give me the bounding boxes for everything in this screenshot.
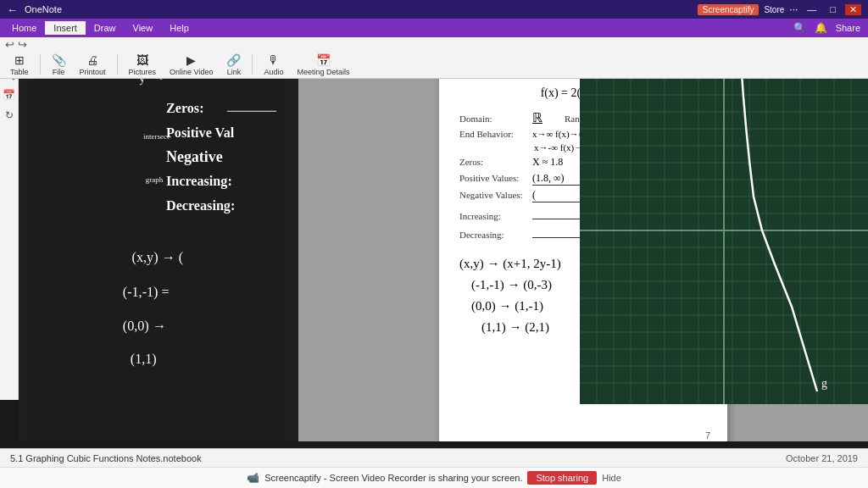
svg-text:x=0: x=0 — [151, 201, 165, 210]
pictures-tool[interactable]: 🖼 Pictures — [124, 52, 162, 78]
titlebar-left: ← OneNote — [7, 3, 62, 16]
tab-insert[interactable]: Insert — [45, 21, 86, 35]
svg-text:Zeros:: Zeros: — [162, 103, 209, 119]
search-icon[interactable]: 🔍 — [789, 22, 810, 34]
screencaptify-badge[interactable]: Screencaptify — [698, 4, 760, 15]
decreasing-label: Decreasing: — [459, 230, 527, 240]
svg-text:intersect: intersect — [151, 133, 184, 142]
svg-text:intersect: intersect — [143, 132, 170, 141]
titlebar-title: OneNote — [25, 4, 62, 14]
hide-button[interactable]: Hide — [602, 473, 621, 483]
svg-text:Negative: Negative — [162, 154, 225, 171]
titlebar: ← OneNote Screencaptify Store ··· — □ ✕ — [0, 0, 868, 19]
zeros-label: Zeros: — [459, 157, 527, 167]
undo-button[interactable]: ↩ — [5, 38, 14, 51]
svg-text:(1,1): (1,1) — [131, 352, 157, 367]
file-tool[interactable]: 📎 File — [47, 52, 71, 78]
svg-text:Increasing:: Increasing: — [166, 174, 232, 189]
stop-sharing-button[interactable]: Stop sharing — [527, 471, 597, 485]
more-options-icon[interactable]: ··· — [789, 3, 798, 15]
svg-text:g: g — [821, 377, 827, 390]
screencast-message: Screencaptify - Screen Video Recorder is… — [264, 473, 522, 483]
printout-tool[interactable]: 🖨 Printout — [75, 52, 111, 78]
svg-text:Increasing:: Increasing: — [162, 180, 243, 197]
share-button[interactable]: Share — [832, 23, 865, 33]
svg-text:Negative: Negative — [166, 148, 223, 165]
svg-text:graph: graph — [151, 181, 173, 191]
tab-draw[interactable]: Draw — [86, 21, 125, 35]
sidebar: 🔍 📅 ↻ — [0, 61, 19, 400]
domain-value: ℝ — [532, 110, 542, 125]
svg-text:Decreasing:: Decreasing: — [162, 208, 249, 225]
statusbar-date: October 21, 2019 — [786, 453, 858, 463]
blackboard-right-graph: ↑ g — [580, 61, 868, 404]
svg-text:(x,y) → (: (x,y) → ( — [132, 250, 184, 265]
blackboard-content: y = 0 Zeros: Positive Val Negative Incre… — [19, 61, 298, 441]
zeros-value: X ≈ 1.8 — [532, 156, 563, 169]
page-number: 7 — [705, 430, 710, 441]
negative-label: Negative Values: — [459, 190, 527, 200]
statusbar-filename: 5.1 Graphing Cubic Functions Notes.noteb… — [10, 453, 776, 463]
close-button[interactable]: ✕ — [845, 4, 861, 15]
audio-tool[interactable]: 🎙 Audio — [259, 52, 288, 78]
svg-text:Decreasing:: Decreasing: — [166, 198, 235, 214]
table-tool[interactable]: ⊞ Table — [5, 52, 34, 78]
svg-text:(-1,-1) =: (-1,-1) = — [123, 285, 170, 300]
sidebar-calendar-icon[interactable]: 📅 — [3, 88, 16, 102]
svg-text:y=0: y=0 — [151, 191, 165, 201]
store-label[interactable]: Store — [764, 5, 784, 14]
statusbar: 5.1 Graphing Cubic Functions Notes.noteb… — [0, 448, 868, 467]
back-button[interactable]: ← — [7, 3, 18, 16]
tab-home[interactable]: Home — [3, 21, 45, 35]
svg-text:(0,0) →: (0,0) → — [125, 330, 173, 346]
svg-text:(1,1): (1,1) — [132, 364, 162, 380]
online-video-tool[interactable]: ▶ Online Video — [164, 52, 218, 78]
ribbon-tabs: Home Insert Draw View Help 🔍 🔔 Share — [0, 19, 868, 37]
ribbon-tools: ⊞ Table 📎 File 🖨 Printout 🖼 Pictures ▶ O… — [0, 51, 868, 78]
svg-text:Positive Val: Positive Val — [166, 125, 235, 140]
screencast-bar: 📹 Screencaptify - Screen Video Recorder … — [0, 467, 868, 488]
tab-help[interactable]: Help — [161, 21, 198, 35]
svg-rect-18 — [33, 61, 284, 441]
meeting-details-tool[interactable]: 📅 Meeting Details — [292, 52, 354, 78]
domain-label: Domain: — [459, 114, 527, 124]
ribbon: Home Insert Draw View Help 🔍 🔔 Share ↩ ↪… — [0, 19, 868, 79]
minimize-button[interactable]: — — [803, 4, 821, 14]
svg-text:graph: graph — [146, 175, 164, 184]
end-behavior-value: x→∞ f(x)→∞ — [532, 129, 585, 139]
sidebar-sync-icon[interactable]: ↻ — [3, 108, 16, 122]
svg-text:(0,0) →: (0,0) → — [123, 319, 166, 334]
svg-text:Positive Val: Positive Val — [162, 127, 247, 144]
titlebar-controls: Screencaptify Store ··· — □ ✕ — [698, 3, 861, 15]
end-behavior-label: End Behavior: — [459, 129, 527, 139]
positive-label: Positive Values: — [459, 173, 527, 183]
svg-text:(x,y) → (: (x,y) → ( — [136, 252, 192, 269]
redo-button[interactable]: ↪ — [18, 38, 27, 51]
screencast-icon: 📹 — [247, 472, 259, 484]
maximize-button[interactable]: □ — [826, 4, 840, 14]
increasing-label: Increasing: — [459, 211, 527, 221]
bell-icon[interactable]: 🔔 — [810, 22, 832, 34]
svg-text:Zeros:: Zeros: — [166, 101, 204, 115]
tab-view[interactable]: View — [125, 21, 162, 35]
link-tool[interactable]: 🔗 Link — [221, 52, 246, 78]
svg-text:(-1,-1) =: (-1,-1) = — [125, 291, 176, 308]
